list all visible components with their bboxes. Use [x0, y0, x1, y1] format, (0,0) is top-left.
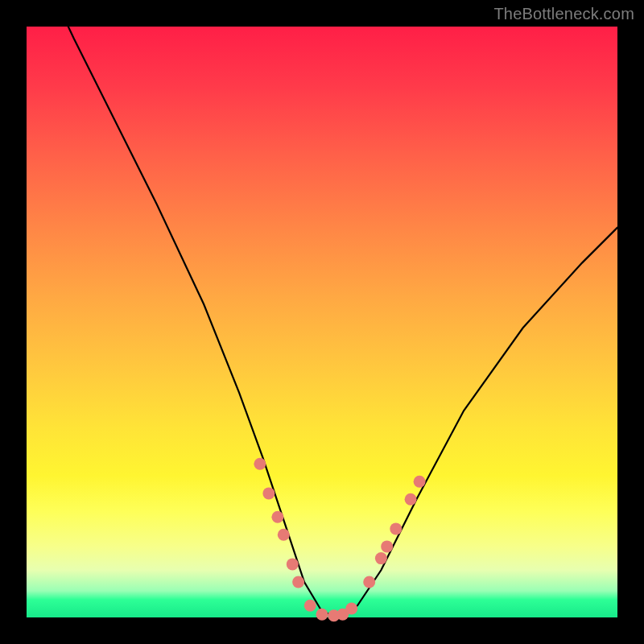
chart-frame: TheBottleneck.com	[0, 0, 644, 644]
data-marker	[390, 522, 402, 535]
data-marker	[271, 511, 283, 523]
data-marker	[316, 609, 328, 621]
data-marker	[375, 552, 387, 564]
data-marker	[254, 458, 266, 470]
data-markers	[254, 458, 425, 622]
data-marker	[345, 603, 357, 615]
data-marker	[363, 576, 375, 588]
curve-svg	[27, 27, 617, 617]
plot-area	[27, 27, 617, 617]
data-marker	[405, 493, 417, 506]
watermark-text: TheBottleneck.com	[493, 5, 634, 23]
data-marker	[414, 476, 426, 488]
data-marker	[292, 576, 304, 588]
bottleneck-curve	[27, 0, 617, 617]
data-marker	[287, 558, 299, 570]
data-marker	[304, 600, 316, 612]
data-marker	[262, 487, 275, 499]
data-marker	[278, 529, 290, 541]
data-marker	[381, 540, 393, 552]
